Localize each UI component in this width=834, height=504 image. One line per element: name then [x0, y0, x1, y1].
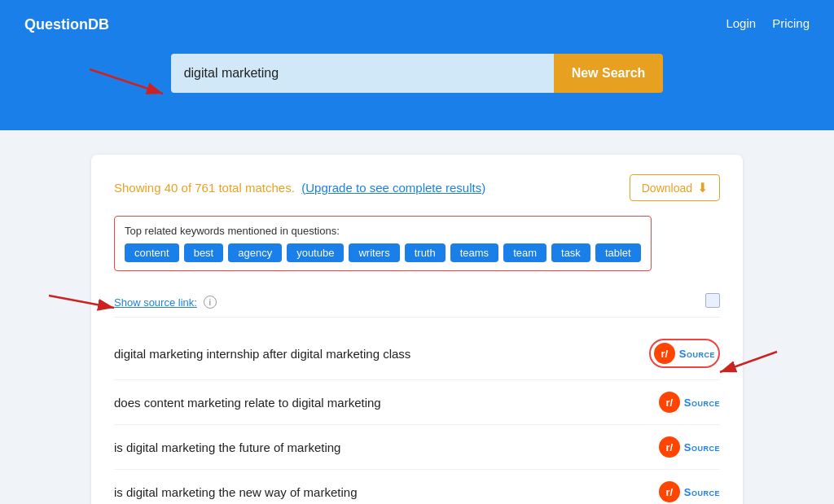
keyword-tag[interactable]: content [125, 243, 179, 262]
reddit-icon: r/ [659, 481, 680, 502]
source-badge[interactable]: r/ Source [659, 392, 720, 413]
showing-count: Showing 40 of 761 total matches. [114, 181, 295, 195]
source-label: Source [684, 486, 720, 498]
keyword-tag[interactable]: best [184, 243, 224, 262]
svg-line-5 [720, 352, 777, 372]
question-row: does content marketing relate to digital… [114, 380, 720, 425]
keyword-tag[interactable]: tablet [595, 243, 641, 262]
download-button[interactable]: Download ⬇ [630, 174, 720, 201]
keyword-tag[interactable]: youtube [287, 243, 344, 262]
svg-line-3 [49, 296, 114, 308]
question-row: digital marketing internship after digit… [114, 327, 720, 380]
question-text: is digital marketing the future of marke… [114, 440, 340, 454]
question-text: does content marketing relate to digital… [114, 396, 381, 410]
search-input[interactable] [171, 54, 554, 93]
reddit-icon: r/ [654, 343, 675, 364]
reddit-icon: r/ [659, 436, 680, 458]
question-text: digital marketing internship after digit… [114, 347, 410, 361]
question-row: is digital marketing the future of marke… [114, 425, 720, 470]
show-source-link[interactable]: Show source link: [114, 296, 197, 309]
new-search-button[interactable]: New Search [554, 54, 664, 93]
keyword-tag[interactable]: truth [405, 243, 446, 262]
keyword-tag[interactable]: task [551, 243, 590, 262]
download-label: Download [642, 182, 692, 195]
site-logo: QuestionDB [24, 16, 109, 33]
search-area: New Search [24, 54, 810, 93]
upgrade-link[interactable]: (Upgrade to see complete results) [301, 181, 485, 195]
source-badge[interactable]: r/ Source [659, 481, 720, 502]
download-icon: ⬇ [697, 180, 708, 195]
keyword-tag[interactable]: teams [450, 243, 498, 262]
question-text: is digital marketing the new way of mark… [114, 485, 357, 499]
info-icon[interactable]: i [204, 296, 217, 309]
status-bar: Showing 40 of 761 total matches. (Upgrad… [114, 174, 720, 201]
source-badge[interactable]: r/ Source [659, 436, 720, 458]
login-link[interactable]: Login [726, 16, 756, 30]
keywords-label: Top related keywords mentioned in questi… [125, 225, 641, 237]
questions-list: digital marketing internship after digit… [114, 327, 720, 504]
keyword-tag[interactable]: agency [228, 243, 282, 262]
source-link-row: Show source link: i [114, 296, 720, 318]
keywords-tags: contentbestagencyyoutubewriterstruthteam… [125, 243, 641, 262]
reddit-icon: r/ [659, 392, 680, 413]
source-checkbox[interactable] [705, 293, 720, 311]
keyword-tag[interactable]: team [503, 243, 546, 262]
question-row: is digital marketing the new way of mark… [114, 470, 720, 504]
results-status: Showing 40 of 761 total matches. (Upgrad… [114, 181, 485, 195]
pricing-link[interactable]: Pricing [772, 16, 810, 30]
source-label: Source [684, 397, 720, 409]
source-label: Source [679, 348, 715, 360]
main-content: Showing 40 of 761 total matches. (Upgrad… [0, 130, 834, 504]
source-label: Source [684, 441, 720, 454]
source-badge[interactable]: r/ Source [649, 339, 720, 368]
results-card: Showing 40 of 761 total matches. (Upgrad… [91, 155, 743, 504]
header-nav: Login Pricing [726, 16, 810, 30]
keywords-section: Top related keywords mentioned in questi… [114, 216, 652, 271]
keyword-tag[interactable]: writers [349, 243, 399, 262]
